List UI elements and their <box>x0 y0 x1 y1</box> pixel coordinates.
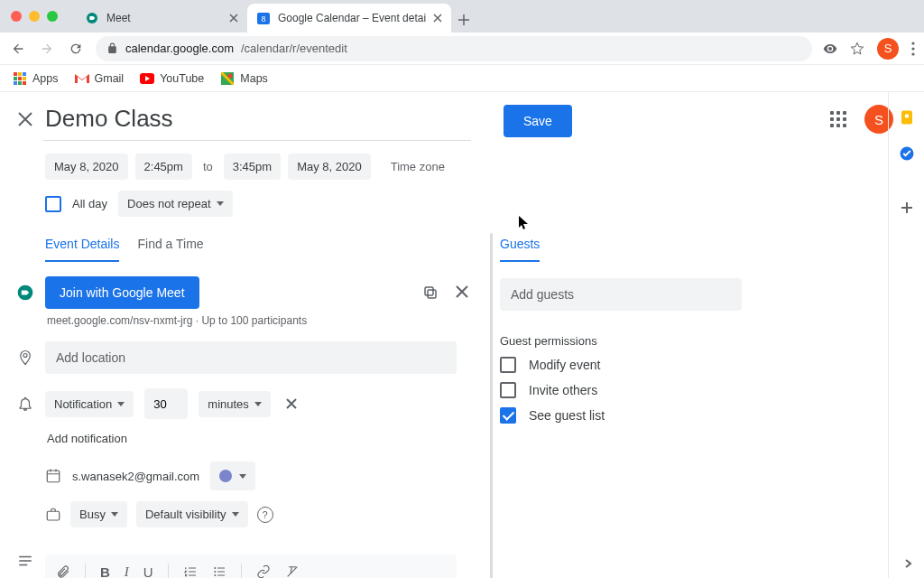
clear-format-icon[interactable] <box>285 564 300 578</box>
meet-link-info: meet.google.com/nsv-nxmt-jrg · Up to 100… <box>47 314 487 327</box>
notification-value-input[interactable] <box>144 388 188 419</box>
copy-link-icon[interactable] <box>422 284 439 301</box>
window-close[interactable] <box>11 11 22 22</box>
remove-meet-icon[interactable] <box>455 284 469 301</box>
window-minimize[interactable] <box>29 11 40 22</box>
eye-icon[interactable] <box>823 42 837 56</box>
back-button[interactable] <box>9 42 27 56</box>
guest-permissions-title: Guest permissions <box>500 334 771 348</box>
meet-favicon <box>85 11 99 25</box>
svg-rect-19 <box>425 287 433 295</box>
browser-tab-calendar[interactable]: 8 Google Calendar – Event detai <box>247 4 451 33</box>
svg-rect-21 <box>47 511 60 520</box>
maps-icon <box>220 71 235 86</box>
see-guest-list-checkbox[interactable] <box>500 407 516 424</box>
italic-icon[interactable]: I <box>125 564 129 579</box>
bookmarks-bar: Apps Gmail YouTube Maps <box>0 65 924 92</box>
svg-text:8: 8 <box>261 14 265 23</box>
caret-down-icon <box>111 512 118 517</box>
svg-rect-12 <box>14 81 17 85</box>
tab-close-icon[interactable] <box>433 14 442 23</box>
color-swatch <box>219 470 232 482</box>
browser-tab-meet[interactable]: Meet <box>76 4 247 33</box>
reload-button[interactable] <box>67 42 85 56</box>
start-time[interactable]: 2:45pm <box>135 154 192 180</box>
timezone-button[interactable]: Time zone <box>387 160 448 173</box>
calendar-owner: s.wanasek2@gmail.com <box>72 470 199 483</box>
join-meet-button[interactable]: Join with Google Meet <box>45 276 199 309</box>
end-time[interactable]: 3:45pm <box>224 154 281 180</box>
tab-label: Meet <box>106 12 131 24</box>
event-title-input[interactable]: Demo Class <box>43 105 471 135</box>
gmail-bookmark[interactable]: Gmail <box>75 71 125 86</box>
svg-rect-20 <box>47 471 60 482</box>
maps-bookmark[interactable]: Maps <box>220 71 268 86</box>
svg-point-3 <box>911 42 914 44</box>
lock-icon <box>106 42 118 54</box>
briefcase-icon <box>45 507 61 523</box>
add-panel-icon[interactable] <box>898 199 916 217</box>
svg-rect-10 <box>18 77 22 80</box>
keep-icon[interactable] <box>898 108 916 126</box>
window-zoom[interactable] <box>47 11 58 22</box>
end-date[interactable]: May 8, 2020 <box>288 154 371 180</box>
close-editor-button[interactable] <box>16 110 34 128</box>
add-notification-button[interactable]: Add notification <box>47 432 487 445</box>
attach-icon[interactable] <box>56 564 70 578</box>
tasks-icon[interactable] <box>898 144 916 163</box>
save-button[interactable]: Save <box>504 105 572 137</box>
tab-event-details[interactable]: Event Details <box>45 237 119 262</box>
bell-icon <box>16 396 34 412</box>
all-day-checkbox[interactable] <box>45 196 61 212</box>
tab-guests[interactable]: Guests <box>500 237 540 262</box>
repeat-dropdown[interactable]: Does not repeat <box>118 191 233 217</box>
calendar-color-dropdown[interactable] <box>210 461 255 490</box>
side-panel <box>888 92 924 578</box>
visibility-dropdown[interactable]: Default visibility <box>136 501 248 527</box>
tab-find-time[interactable]: Find a Time <box>137 237 203 262</box>
invite-others-checkbox[interactable] <box>500 382 516 398</box>
link-icon[interactable] <box>256 564 271 578</box>
calendar-favicon: 8 <box>256 11 271 25</box>
apps-grid-icon <box>13 71 27 86</box>
url-path: /calendar/r/eventedit <box>241 42 347 55</box>
star-icon[interactable] <box>850 42 864 56</box>
svg-rect-6 <box>14 72 17 76</box>
date-time-row: May 8, 2020 2:45pm to 3:45pm May 8, 2020… <box>45 154 924 180</box>
forward-button[interactable] <box>38 42 56 56</box>
youtube-bookmark[interactable]: YouTube <box>140 71 204 86</box>
collapse-panel-icon[interactable] <box>902 558 913 569</box>
invite-others-label: Invite others <box>529 383 597 397</box>
mouse-cursor <box>519 216 530 230</box>
see-guest-list-label: See guest list <box>529 408 605 423</box>
bullet-list-icon[interactable] <box>212 564 226 578</box>
bold-icon[interactable]: B <box>100 564 110 579</box>
caret-down-icon <box>254 402 262 406</box>
modify-event-checkbox[interactable] <box>500 357 516 373</box>
svg-rect-18 <box>428 290 436 298</box>
underline-icon[interactable]: U <box>143 564 153 579</box>
description-icon <box>16 553 34 569</box>
profile-avatar[interactable]: S <box>877 38 899 60</box>
busy-dropdown[interactable]: Busy <box>70 501 127 527</box>
all-day-label: All day <box>72 197 107 210</box>
start-date[interactable]: May 8, 2020 <box>45 154 128 180</box>
add-guests-input[interactable] <box>500 278 742 311</box>
location-input[interactable] <box>45 341 457 374</box>
notification-unit-dropdown[interactable]: minutes <box>199 391 271 417</box>
google-apps-button[interactable] <box>830 111 846 127</box>
kebab-icon[interactable] <box>911 42 915 56</box>
new-tab-button[interactable] <box>451 7 476 33</box>
remove-notification-icon[interactable] <box>285 397 298 410</box>
help-icon[interactable]: ? <box>257 507 273 523</box>
svg-rect-11 <box>23 77 26 80</box>
tab-close-icon[interactable] <box>229 14 238 23</box>
description-editor[interactable]: B I U Add description <box>45 555 457 578</box>
modify-event-label: Modify event <box>529 358 600 372</box>
numbered-list-icon[interactable] <box>183 564 198 578</box>
apps-shortcut[interactable]: Apps <box>13 71 59 86</box>
url-field[interactable]: calendar.google.com/calendar/r/eventedit <box>96 36 812 61</box>
notification-type-dropdown[interactable]: Notification <box>45 391 134 417</box>
youtube-icon <box>140 71 154 86</box>
svg-point-5 <box>911 52 914 55</box>
